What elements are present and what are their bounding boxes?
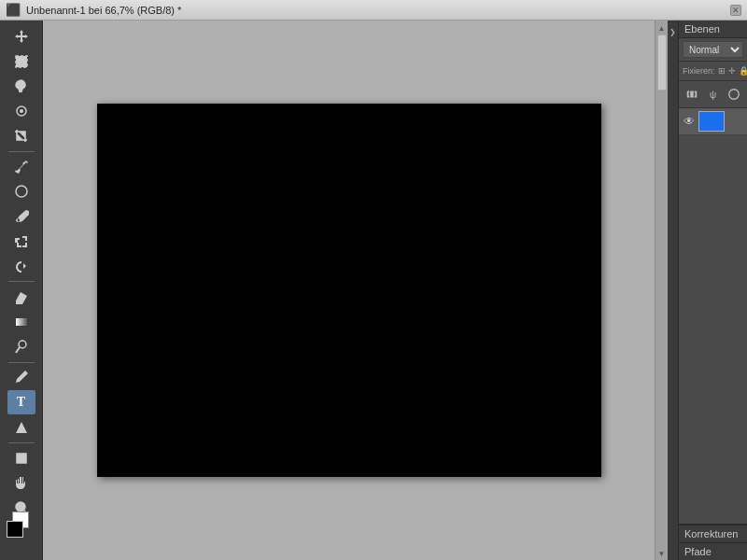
foreground-color-swatch[interactable] [7, 521, 23, 538]
panel-collapse-button[interactable]: ❯ [668, 21, 679, 560]
svg-rect-4 [16, 318, 27, 326]
right-panel: Ebenen Normal Fixieren: ⊞ ✛ 🔒 ψ [679, 21, 747, 560]
svg-point-10 [729, 90, 740, 100]
hand-tool[interactable] [7, 470, 35, 495]
vertical-scrollbar[interactable]: ▲ ▼ [655, 21, 668, 560]
toolbar: T [0, 21, 43, 560]
lock-all-icon[interactable]: 🔒 [739, 63, 747, 78]
title-bar: ⬛ Unbenannt-1 bei 66,7% (RGB/8) * ✕ [0, 0, 747, 21]
right-panel-wrapper: ❯ Ebenen Normal Fixieren: ⊞ ✛ 🔒 [668, 21, 747, 560]
gradient-tool[interactable] [7, 310, 35, 334]
text-tool[interactable]: T [7, 390, 35, 414]
title-bar-text: Unbenannt-1 bei 66,7% (RGB/8) * [26, 5, 730, 16]
scroll-up-arrow[interactable]: ▲ [658, 24, 666, 33]
pfade-panel: Pfade [679, 543, 747, 560]
fixieren-label: Fixieren: [683, 66, 715, 76]
pen-tool[interactable] [7, 366, 35, 390]
scroll-down-arrow[interactable]: ▼ [658, 550, 666, 558]
canvas-container [43, 21, 655, 560]
document-canvas[interactable] [97, 104, 601, 477]
toolbar-separator-1 [8, 151, 35, 152]
layers-panel-empty [679, 135, 747, 524]
history-brush-tool[interactable] [7, 255, 35, 279]
app-icon: ⬛ [6, 3, 21, 17]
svg-point-3 [16, 186, 27, 197]
scroll-thumb[interactable] [657, 35, 667, 91]
shape-tool[interactable] [7, 446, 35, 470]
layers-panel-header[interactable]: Ebenen [679, 21, 747, 38]
korrekturen-header[interactable]: Korrekturen [679, 525, 747, 543]
crop-tool[interactable] [7, 124, 35, 148]
collapse-arrow-icon: ❯ [669, 28, 676, 36]
korrekturen-label: Korrekturen [684, 528, 738, 539]
brush-tool[interactable] [7, 204, 35, 229]
lasso-tool[interactable] [7, 75, 35, 99]
quick-select-tool[interactable] [7, 99, 35, 123]
svg-rect-0 [16, 56, 27, 67]
move-tool[interactable] [7, 24, 35, 49]
pfade-header[interactable]: Pfade [679, 543, 747, 560]
layer-item: 👁 [679, 108, 747, 135]
toolbar-separator-4 [8, 442, 35, 443]
layer-visibility-eye[interactable]: 👁 [683, 115, 696, 128]
pfade-label: Pfade [684, 546, 712, 557]
lock-pixels-icon[interactable]: ⊞ [718, 63, 726, 78]
toolbar-separator-2 [8, 281, 35, 282]
svg-line-6 [16, 347, 20, 353]
close-button[interactable]: ✕ [730, 5, 741, 16]
svg-point-5 [19, 341, 26, 348]
color-swatches [7, 521, 36, 556]
app-container: T ▲ [0, 21, 747, 560]
clone-stamp-tool[interactable] [7, 230, 35, 254]
eyedropper-tool[interactable] [7, 155, 35, 179]
svg-rect-7 [17, 454, 26, 463]
svg-point-2 [20, 109, 23, 113]
eraser-tool[interactable] [7, 285, 35, 309]
layer-link-icon[interactable] [683, 84, 701, 105]
fixieren-row: Fixieren: ⊞ ✛ 🔒 [679, 62, 747, 81]
marquee-rect-tool[interactable] [7, 49, 35, 74]
layer-fx-icon[interactable]: ψ [703, 84, 722, 105]
dodge-tool[interactable] [7, 335, 35, 359]
blend-mode-row: Normal [679, 38, 747, 62]
svg-point-8 [16, 502, 25, 511]
layer-mask-icon[interactable] [725, 84, 743, 105]
layers-header-label: Ebenen [684, 23, 720, 35]
blend-mode-select[interactable]: Normal [683, 41, 743, 58]
heal-tool[interactable] [7, 179, 35, 203]
lock-position-icon[interactable]: ✛ [728, 63, 736, 78]
layer-thumbnail[interactable] [698, 111, 725, 132]
path-select-tool[interactable] [7, 415, 35, 440]
toolbar-separator-3 [8, 362, 35, 363]
bottom-panels: Korrekturen Pfade [679, 524, 747, 560]
korrekturen-panel: Korrekturen [679, 524, 747, 543]
layer-icons-row: ψ [679, 81, 747, 108]
